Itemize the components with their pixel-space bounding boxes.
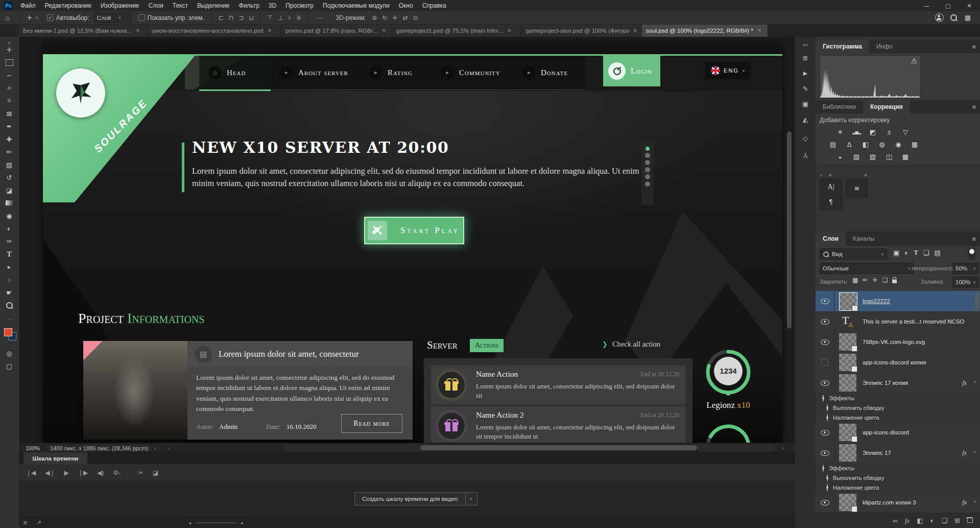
vibrance-icon[interactable]: ▽ [899,127,912,137]
effect-row[interactable]: Выполнить обводку [816,473,980,483]
new-group-icon[interactable]: ❏ [941,517,947,524]
distribute-icon[interactable]: ⊪ [297,14,302,21]
crop-tool[interactable]: ⌗ [0,95,18,106]
effects-header-row[interactable]: Эффекты [816,393,980,403]
effect-row[interactable]: Наложение цвета [816,412,980,423]
filter-adjustment-layers-icon[interactable]: ◐ [904,249,909,257]
start-play-button[interactable]: Start Play [364,217,464,244]
create-video-timeline-button[interactable]: Создать шкалу времени для видео [354,492,466,506]
play-icon[interactable]: ▶ [64,469,69,476]
align-bottom-edges-icon[interactable]: ⊦ [289,14,292,21]
opacity-field[interactable]: 50% ∨ [952,263,979,274]
color-swatches[interactable] [4,328,15,339]
layer-row[interactable]: 768px-VK.com-logo.svg [816,332,980,353]
close-icon[interactable]: ✕ [268,28,272,33]
layer-row[interactable]: Эллипс 17 копия fx ^ [816,373,980,394]
eraser-tool[interactable]: ◪ [0,185,18,196]
layer-thumbnail[interactable] [839,424,856,441]
create-timeline-dropdown-icon[interactable]: ∨ [466,492,477,506]
timeline-zoom-slider[interactable] [196,522,236,523]
brush-settings-panel-icon[interactable]: ✎ [798,82,812,95]
panel-collapse-icon[interactable]: » [820,173,822,178]
menu-image[interactable]: Изображение [96,0,144,11]
tab-libraries[interactable]: Библиотеки [816,100,863,113]
layer-thumbnail[interactable] [839,494,856,511]
layers-scrollbar-thumb[interactable] [975,292,979,310]
filter-toggle[interactable] [968,247,976,260]
document-tab[interactable]: uwow-восстановлено-восстановлено.psd✕ [148,24,281,37]
layer-thumbnail[interactable] [839,292,857,311]
convert-timeline-icon[interactable]: ↗ [36,519,41,526]
search-icon[interactable] [946,14,961,21]
lock-all-icon[interactable] [892,280,897,283]
hand-tool[interactable]: ☛ [0,287,18,298]
close-button[interactable]: ✕ [959,0,980,11]
3d-orbit-icon[interactable]: ⊚ [372,14,377,21]
layer-name[interactable]: This is server a testi...t reserved NCSO… [863,311,965,332]
autoselect-dropdown[interactable]: Слой ∨ [93,13,131,23]
path-selection-tool[interactable]: ► [0,261,18,272]
filter-smart-objects-icon[interactable]: ▤ [934,249,940,257]
layer-thumbnail[interactable] [839,444,856,462]
expand-panels-icon[interactable]: «« [798,38,812,51]
nav-item-head[interactable]: ⌂ Head [199,56,271,91]
news-card[interactable]: ▤ Lorem ipsum dolor sit amet, consectetu… [83,341,413,440]
visibility-toggle-off[interactable] [816,352,834,373]
foreground-color-swatch[interactable] [4,328,12,336]
frames-view-icon[interactable]: ≣ [23,520,27,525]
close-icon[interactable]: ✕ [864,173,868,178]
audio-icon[interactable]: ◀) [97,469,104,476]
first-frame-icon[interactable]: ❘◀ [26,469,36,476]
layer-name[interactable]: logo22222 [863,291,890,311]
more-options-icon[interactable]: ⋯ [313,14,326,21]
nav-item-rating[interactable]: ► Rating [360,56,432,90]
layer-thumbnail[interactable] [839,354,856,371]
3d-zoom-icon[interactable]: ⊙ [413,14,418,21]
layer-row[interactable]: app-icons-discord копия [816,352,980,373]
visibility-toggle[interactable] [816,332,834,352]
timeline-tab[interactable]: Шкала времени [23,452,87,464]
blend-mode-dropdown[interactable]: Обычные ∨ [820,263,914,274]
lock-position-icon[interactable]: ✛ [872,277,877,284]
nav-item-community[interactable]: ► Community [432,56,513,90]
levels-icon[interactable]: ▂▅▂ [850,127,863,137]
type-tool[interactable]: T [0,248,18,260]
brightness-contrast-icon[interactable]: ☀ [834,127,846,137]
layer-name[interactable]: klipartz.com копия 3 [863,492,916,513]
move-tool-icon[interactable]: ✛ [24,14,35,21]
horizontal-scrollbar-track[interactable] [284,445,775,451]
move-tool[interactable]: ✛ [0,44,18,55]
lasso-tool[interactable]: ∽ [0,70,18,81]
layer-thumbnail[interactable] [839,333,856,351]
layer-name[interactable]: Эллипс 17 копия [863,373,908,393]
lock-pixels-icon[interactable]: ✏ [863,277,868,284]
healing-brush-tool[interactable]: ✚ [0,133,18,145]
filter-type-layers-icon[interactable]: T [914,248,918,257]
pen-tool[interactable]: ✑ [0,236,18,247]
site-logo[interactable] [56,68,105,118]
transition-icon[interactable]: ◪ [153,469,158,476]
close-icon[interactable]: ✕ [381,28,386,33]
show-controls-checkbox[interactable] [138,14,145,21]
link-layers-icon[interactable]: ∞ [893,517,898,524]
scroll-left-icon[interactable]: ‹ [169,445,171,451]
paragraph-panel-icon[interactable]: ¶ [829,198,833,205]
align-middle-icon[interactable]: ⊥ [278,14,283,21]
read-more-button[interactable]: Read more [341,414,402,433]
layer-row[interactable]: Эллипс 17 fx ^ [816,443,980,464]
document-tab[interactable]: gameproject-aion.psd @ 100% (Фигура...✕ [522,24,642,37]
color-lookup-icon[interactable]: ▦ [909,139,921,149]
next-frame-icon[interactable]: ❘▶ [78,469,88,476]
filter-pixel-layers-icon[interactable]: ▣ [893,249,899,257]
menu-3d[interactable]: 3D [264,0,281,11]
menu-file[interactable]: Файл [16,0,40,11]
login-button[interactable]: Login [603,56,660,86]
canvas-area[interactable]: SOULRAGE ⌂ Head ► About server ► Rating … [19,37,795,443]
close-icon[interactable]: ✕ [507,28,511,33]
panel-menu-icon[interactable]: ≡ [972,103,976,111]
layer-name[interactable]: 768px-VK.com-logo.svg [863,332,925,352]
layer-name[interactable]: app-icons-discord [863,422,909,443]
screen-mode-icon[interactable]: ▢ [0,360,18,372]
close-icon[interactable]: ✕ [136,28,140,33]
eye-icon[interactable] [827,484,828,491]
